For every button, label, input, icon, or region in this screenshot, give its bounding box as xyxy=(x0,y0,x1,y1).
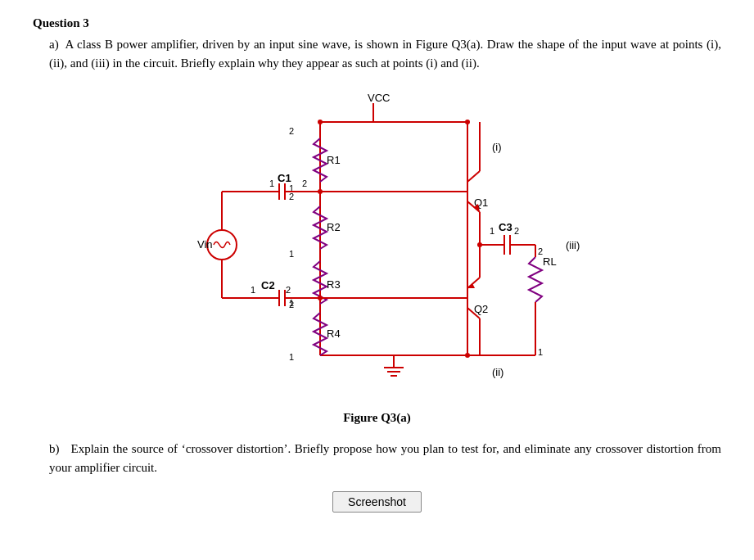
screenshot-button[interactable]: Screenshot xyxy=(332,491,422,513)
question-number: Question 3 xyxy=(33,16,721,30)
svg-text:1: 1 xyxy=(490,226,494,236)
svg-text:RL: RL xyxy=(543,255,557,268)
svg-text:1: 1 xyxy=(538,347,543,357)
screenshot-button-row: Screenshot xyxy=(33,491,721,513)
svg-text:Vin: Vin xyxy=(197,238,213,251)
svg-text:C1: C1 xyxy=(278,172,291,184)
svg-text:2: 2 xyxy=(302,178,307,188)
figure-caption: Figure Q3(a) xyxy=(343,411,411,425)
svg-point-81 xyxy=(465,353,470,358)
svg-text:R2: R2 xyxy=(327,221,341,233)
svg-text:1: 1 xyxy=(289,352,294,362)
svg-text:2: 2 xyxy=(289,192,294,201)
part-b-label: b) xyxy=(49,442,60,455)
svg-text:R1: R1 xyxy=(327,154,341,166)
svg-text:2: 2 xyxy=(289,300,294,309)
part-a-text: a) A class B power amplifier, driven by … xyxy=(49,35,721,72)
circuit-svg: VCC 2 R1 xyxy=(165,85,590,404)
svg-text:1: 1 xyxy=(269,178,274,188)
figure-area: VCC 2 R1 xyxy=(33,85,721,425)
svg-point-77 xyxy=(318,189,323,194)
part-a-content: A class B power amplifier, driven by an … xyxy=(49,38,721,70)
svg-text:R4: R4 xyxy=(327,327,341,340)
circuit-diagram: VCC 2 R1 xyxy=(165,85,590,404)
svg-text:Q2: Q2 xyxy=(474,303,488,315)
svg-text:C3: C3 xyxy=(499,221,512,233)
svg-text:(iii): (iii) xyxy=(566,239,580,251)
part-b: b) Explain the source of ‘crossover dist… xyxy=(49,440,721,476)
svg-text:2: 2 xyxy=(289,126,294,136)
svg-point-78 xyxy=(318,296,323,300)
svg-text:(ii): (ii) xyxy=(492,366,503,378)
question-header: Question 3 a) A class B power amplifier,… xyxy=(33,16,721,513)
svg-text:2: 2 xyxy=(286,285,291,295)
svg-point-79 xyxy=(465,120,470,124)
part-a-label: a) xyxy=(49,38,59,51)
svg-text:C2: C2 xyxy=(261,279,275,291)
svg-text:(i): (i) xyxy=(492,141,502,153)
svg-text:VCC: VCC xyxy=(368,92,390,104)
svg-text:1: 1 xyxy=(251,285,255,295)
svg-point-80 xyxy=(318,120,323,124)
svg-text:R3: R3 xyxy=(327,278,341,291)
svg-text:2: 2 xyxy=(514,226,519,236)
part-b-content: Explain the source of ‘crossover distort… xyxy=(49,442,721,474)
svg-line-44 xyxy=(467,171,480,182)
svg-text:1: 1 xyxy=(289,249,294,259)
